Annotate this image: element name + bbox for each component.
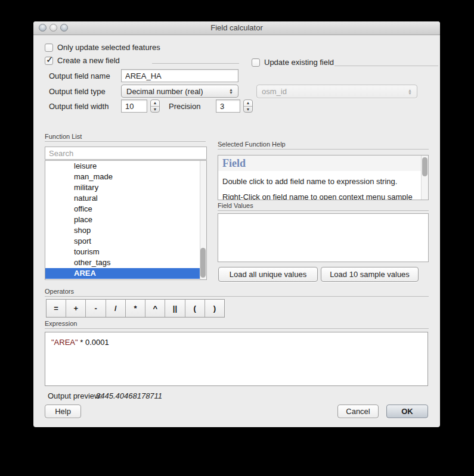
function-list[interactable]: leisureman_mademilitarynaturalofficeplac… xyxy=(45,160,207,280)
output-preview-label: Output preview: xyxy=(48,391,102,400)
operator-button[interactable]: / xyxy=(106,300,126,317)
spinner-down-icon[interactable]: ▼ xyxy=(151,107,159,113)
create-new-field-checkbox[interactable]: ✓ Create a new field xyxy=(45,56,120,65)
update-existing-field-label: Update existing field xyxy=(264,58,334,67)
only-update-selected-label: Only update selected features xyxy=(57,43,160,52)
spinner-up-icon[interactable]: ▲ xyxy=(151,100,159,107)
only-update-selected-checkbox[interactable]: Only update selected features xyxy=(45,43,160,52)
load-10-sample-values-button[interactable]: Load 10 sample values xyxy=(321,267,419,282)
stepper-arrows-icon: ▲▼ xyxy=(408,89,412,95)
precision-spinner[interactable]: ▲ ▼ xyxy=(243,99,253,113)
help-text-line: Right-Click on field name to open contex… xyxy=(218,186,428,200)
title-bar[interactable]: Field calculator xyxy=(33,21,440,35)
operator-button[interactable]: = xyxy=(47,300,66,317)
selected-function-help-label: Selected Function Help xyxy=(218,141,286,148)
expression-editor[interactable]: "AREA" * 0.0001 xyxy=(45,332,428,386)
checkbox-unchecked-icon[interactable] xyxy=(45,43,53,52)
operator-button[interactable]: * xyxy=(126,300,145,317)
function-list-scrollbar-thumb[interactable] xyxy=(200,248,206,278)
function-search-input[interactable] xyxy=(45,147,207,160)
precision-label: Precision xyxy=(169,102,200,111)
operator-button[interactable]: ^ xyxy=(145,300,165,317)
operator-button[interactable]: + xyxy=(66,300,86,317)
spinner-down-icon[interactable]: ▼ xyxy=(244,107,252,113)
field-values-panel xyxy=(218,213,429,262)
function-help-panel: Field Double click to add field name to … xyxy=(218,155,429,200)
expression-rest: * 0.0001 xyxy=(78,338,109,347)
spinner-up-icon[interactable]: ▲ xyxy=(244,100,252,107)
output-field-type-label: Output field type xyxy=(49,87,106,96)
ok-button-label: OK xyxy=(401,407,413,416)
function-list-item[interactable]: sport xyxy=(45,236,206,247)
precision-input[interactable] xyxy=(216,99,240,113)
operator-button[interactable]: - xyxy=(86,300,106,317)
function-list-item[interactable]: leisure xyxy=(45,161,206,172)
load-all-unique-values-button[interactable]: Load all unique values xyxy=(218,267,318,282)
output-field-name-input[interactable] xyxy=(121,69,238,82)
output-field-type-dropdown[interactable]: Decimal number (real) ▲▼ xyxy=(121,85,238,98)
operator-button[interactable]: || xyxy=(165,300,185,317)
output-field-width-input[interactable] xyxy=(121,99,147,113)
function-list-item[interactable]: place xyxy=(45,214,206,225)
output-field-type-value: Decimal number (real) xyxy=(126,87,227,96)
load-10-sample-values-label: Load 10 sample values xyxy=(330,270,410,279)
expression-field-ref: "AREA" xyxy=(51,338,78,347)
checkbox-unchecked-icon[interactable] xyxy=(252,58,260,67)
output-field-width-label: Output field width xyxy=(49,102,109,111)
function-list-item[interactable]: office xyxy=(45,204,206,214)
operator-button[interactable]: ) xyxy=(205,300,224,317)
cancel-button[interactable]: Cancel xyxy=(337,405,379,418)
operators-toolbar: =+-/*^||() xyxy=(46,299,225,318)
help-heading: Field xyxy=(218,155,428,171)
update-existing-groupline xyxy=(334,66,438,66)
output-field-name-label: Output field name xyxy=(49,71,110,80)
function-list-label: Function List xyxy=(45,133,82,140)
operators-label: Operators xyxy=(45,288,74,295)
function-list-item[interactable]: shop xyxy=(45,225,206,236)
create-new-field-groupline xyxy=(152,63,239,64)
expression-label: Expression xyxy=(45,320,77,327)
ok-button[interactable]: OK xyxy=(386,405,428,418)
help-text-line: Double click to add field name to expres… xyxy=(218,171,428,186)
help-scrollbar-thumb[interactable] xyxy=(422,157,427,176)
field-values-label: Field Values xyxy=(218,202,253,209)
stepper-arrows-icon: ▲▼ xyxy=(229,88,233,94)
checkbox-checked-icon[interactable]: ✓ xyxy=(45,57,53,65)
cancel-button-label: Cancel xyxy=(346,407,370,416)
function-list-item[interactable]: other_tags xyxy=(45,257,206,268)
help-button[interactable]: Help xyxy=(45,405,81,418)
function-list-item[interactable]: military xyxy=(45,182,206,193)
width-spinner[interactable]: ▲ ▼ xyxy=(150,99,160,113)
function-list-item[interactable]: natural xyxy=(45,193,206,204)
window-title: Field calculator xyxy=(33,21,440,35)
create-new-field-label: Create a new field xyxy=(57,56,120,65)
load-all-unique-values-label: Load all unique values xyxy=(230,270,306,279)
update-existing-field-checkbox[interactable]: Update existing field xyxy=(252,58,334,67)
field-calculator-dialog: Field calculator Only update selected fe… xyxy=(33,21,440,427)
function-list-item[interactable]: tourism xyxy=(45,247,206,257)
function-list-item[interactable]: AREA xyxy=(45,268,206,279)
output-preview-value: 3445.40468178711 xyxy=(96,391,162,400)
existing-field-dropdown[interactable]: osm_id ▲▼ xyxy=(256,85,417,98)
existing-field-value: osm_id xyxy=(262,87,405,96)
help-button-label: Help xyxy=(55,407,71,416)
function-list-item[interactable]: man_made xyxy=(45,172,206,182)
operator-button[interactable]: ( xyxy=(185,300,205,317)
